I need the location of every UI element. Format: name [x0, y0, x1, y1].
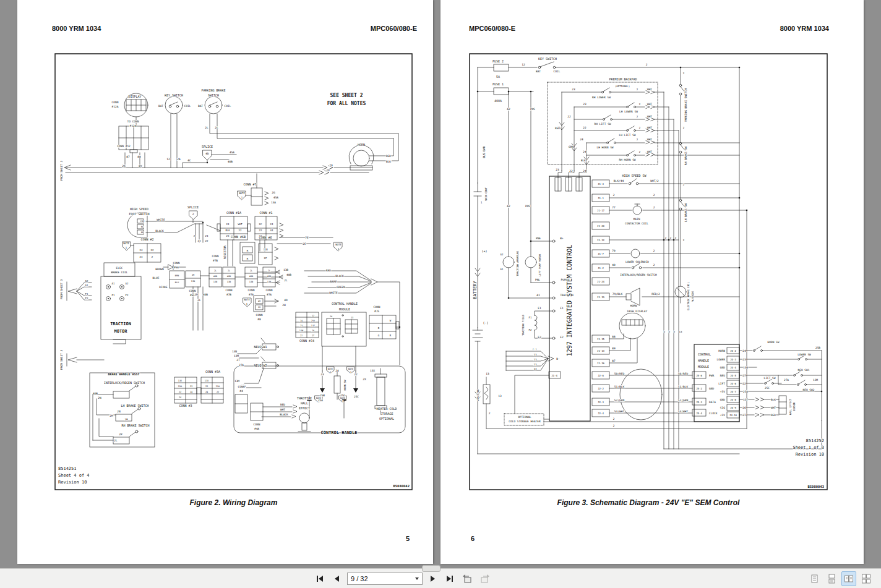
svg-text:CONN: CONN	[256, 313, 263, 317]
single-page-icon	[809, 573, 820, 584]
previous-page-button[interactable]	[330, 571, 345, 586]
svg-text:INTERLOCK/REGEN SWITCH: INTERLOCK/REGEN SWITCH	[104, 381, 145, 385]
svg-text:LH BRAKE SW: LH BRAKE SW	[684, 203, 687, 222]
svg-text:LIFT SW: LIFT SW	[764, 377, 776, 380]
next-view-button[interactable]	[477, 571, 492, 586]
svg-text:22: 22	[567, 115, 571, 118]
single-page-view-button[interactable]	[807, 571, 822, 586]
svg-text:12: 12	[166, 158, 170, 161]
svg-text:13M: 13M	[813, 378, 818, 381]
svg-text:J3: J3	[351, 317, 353, 319]
svg-text:13A: 13A	[271, 201, 276, 204]
svg-text:THROTTLE: THROTTLE	[297, 396, 312, 400]
svg-text:A1: A1	[536, 294, 540, 297]
svg-text:13: 13	[534, 358, 537, 361]
svg-text:2K: 2K	[122, 164, 126, 168]
svg-text:HEATER-COLD: HEATER-COLD	[376, 407, 397, 411]
two-page-continuous-icon	[861, 573, 872, 584]
svg-text:2: 2	[613, 417, 615, 420]
svg-text:+5V: +5V	[720, 414, 725, 417]
svg-text:J4-2: J4-2	[730, 349, 736, 352]
svg-text:J4-3: J4-3	[730, 358, 736, 361]
svg-text:40B: 40B	[227, 275, 231, 278]
svg-text:7E: 7E	[305, 236, 309, 239]
svg-text:CONN: CONN	[266, 289, 273, 292]
schematic-lines	[473, 62, 822, 454]
svg-text:WHT: WHT	[647, 138, 652, 141]
svg-text:J4-5: J4-5	[730, 374, 736, 377]
svg-text:J1-16: J1-16	[597, 362, 605, 365]
last-page-icon	[445, 574, 454, 583]
svg-text:4D: 4D	[205, 152, 209, 155]
svg-text:22: 22	[354, 373, 358, 376]
svg-text:FUSE 2: FUSE 2	[492, 59, 504, 63]
svg-text:Revision 10: Revision 10	[58, 480, 87, 485]
svg-text:1: 1	[126, 246, 127, 249]
svg-text:FROM SHEET 3: FROM SHEET 3	[60, 349, 63, 370]
svg-text:8514252: 8514252	[806, 438, 824, 443]
previous-view-button[interactable]	[460, 571, 475, 586]
svg-text:51/BLK: 51/BLK	[678, 385, 689, 388]
svg-text:F2: F2	[85, 297, 88, 300]
svg-text:MODULE: MODULE	[339, 307, 350, 311]
svg-text:2: 2	[639, 103, 641, 106]
svg-text:2: 2	[653, 206, 655, 209]
svg-text:F1: F1	[112, 294, 115, 297]
svg-text:+5V: +5V	[720, 390, 725, 393]
svg-text:2: 2	[665, 236, 667, 239]
svg-text:LH LOWER SW: LH LOWER SW	[619, 110, 638, 113]
svg-text:CONN: CONN	[238, 385, 245, 388]
svg-text:RESISTOR: RESISTOR	[223, 245, 226, 259]
svg-text:CONTROL: CONTROL	[698, 352, 711, 356]
svg-text:BLK: BLK	[581, 159, 586, 162]
svg-text:2: 2	[637, 88, 638, 91]
svg-text:13M: 13M	[234, 380, 239, 383]
svg-text:23: 23	[190, 385, 192, 388]
svg-text:25A: 25A	[743, 390, 748, 393]
svg-text:2T: 2T	[312, 334, 315, 337]
svg-text:1: 1	[481, 201, 483, 204]
svg-text:2L: 2L	[250, 270, 252, 272]
svg-text:HORN SW: HORN SW	[768, 341, 780, 344]
page-header-left: MPC060/080-E	[469, 25, 515, 32]
svg-text:22: 22	[312, 315, 314, 317]
svg-text:2: 2	[653, 249, 655, 252]
svg-text:22: 22	[179, 391, 181, 393]
svg-text:2G: 2G	[272, 191, 275, 194]
next-page-button[interactable]	[425, 571, 440, 586]
svg-text:23: 23	[742, 358, 746, 361]
page-number-input[interactable]: 9 / 32	[347, 573, 423, 585]
svg-text:13B: 13B	[283, 268, 288, 271]
svg-text:12: 12	[522, 63, 525, 66]
last-page-button[interactable]	[442, 571, 457, 586]
svg-text:W: W	[390, 319, 392, 322]
svg-text:23: 23	[572, 88, 575, 91]
svg-text:2M: 2M	[192, 274, 194, 276]
svg-text:J1-1: J1-1	[598, 197, 604, 200]
svg-text:WHT: WHT	[647, 150, 652, 153]
svg-text:R: R	[247, 257, 249, 260]
svg-text:LOWER: LOWER	[716, 358, 725, 361]
svg-text:50/RED: 50/RED	[678, 372, 689, 375]
svg-text:89: 89	[612, 347, 616, 350]
svg-text:KEY SWITCH: KEY SWITCH	[165, 93, 183, 97]
svg-text:RED: RED	[555, 127, 560, 130]
svg-text:J4-9: J4-9	[730, 406, 736, 409]
svg-text:22: 22	[239, 229, 242, 232]
svg-text:2H: 2H	[258, 306, 260, 309]
svg-text:J1-2: J1-2	[598, 266, 604, 270]
svg-text:J1-4: J1-4	[551, 374, 557, 377]
page-header-right: 8000 YRM 1034	[780, 25, 829, 32]
svg-text:(-): (-)	[532, 347, 536, 351]
continuous-view-button[interactable]	[824, 571, 839, 586]
svg-text:22: 22	[217, 391, 219, 393]
svg-text:NOTE: NOTE	[348, 368, 353, 370]
svg-text:25A: 25A	[178, 385, 183, 388]
two-page-view-button[interactable]	[841, 571, 856, 586]
svg-text:B+: B+	[560, 237, 564, 240]
two-page-continuous-view-button[interactable]	[859, 571, 874, 586]
svg-text:1: 1	[342, 400, 343, 403]
svg-text:2F: 2F	[264, 257, 267, 260]
svg-text:2D: 2D	[326, 169, 330, 172]
first-page-button[interactable]	[312, 571, 327, 586]
